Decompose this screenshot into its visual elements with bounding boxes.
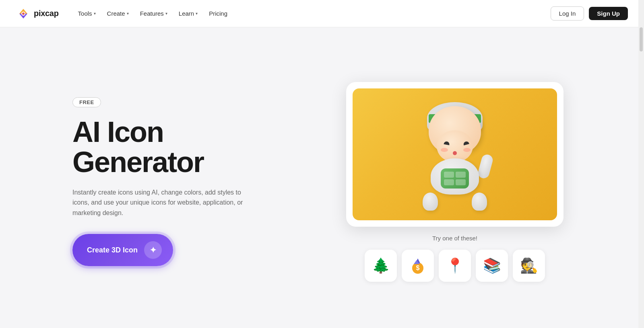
chest-rect-4 — [456, 179, 466, 185]
hero-right: Try one of these! 🌲 $ 📍 📚 🕵️ — [298, 82, 612, 282]
icon-sample-money[interactable]: $ — [402, 250, 434, 282]
char-head — [429, 106, 481, 154]
char-face — [437, 130, 473, 162]
logo-icon — [16, 6, 31, 21]
chest-rect-1 — [444, 172, 454, 178]
logo[interactable]: pixcap — [16, 6, 59, 21]
create-chevron-icon: ▾ — [127, 11, 129, 16]
char-leg-right — [472, 193, 487, 211]
logo-text: pixcap — [34, 9, 59, 18]
char-body — [431, 158, 479, 195]
tools-chevron-icon: ▾ — [94, 11, 96, 16]
login-button[interactable]: Log In — [551, 6, 584, 20]
magic-wand-icon: ✦ — [144, 241, 162, 259]
scrollbar[interactable] — [638, 0, 644, 328]
nav-item-learn[interactable]: Learn ▾ — [174, 7, 202, 20]
hero-image-card — [346, 82, 564, 227]
features-chevron-icon: ▾ — [165, 11, 167, 16]
chest-rect-3 — [444, 179, 454, 185]
icon-sample-books[interactable]: 📚 — [476, 250, 508, 282]
hero-image-inner — [353, 88, 557, 220]
svg-text:$: $ — [416, 264, 420, 271]
main-content: FREE AI Icon Generator Instantly create … — [0, 27, 644, 328]
hero-character — [411, 106, 499, 211]
scrollbar-thumb[interactable] — [640, 27, 643, 51]
try-label: Try one of these! — [432, 235, 477, 242]
hero-description: Instantly create icons using AI, change … — [72, 187, 250, 218]
signup-button[interactable]: Sign Up — [589, 7, 628, 20]
main-nav: Tools ▾ Create ▾ Features ▾ Learn ▾ Pric… — [73, 7, 233, 20]
header: pixcap Tools ▾ Create ▾ Features ▾ Learn… — [0, 0, 644, 27]
icon-samples: 🌲 $ 📍 📚 🕵️ — [365, 250, 545, 282]
learn-chevron-icon: ▾ — [196, 11, 198, 16]
header-left: pixcap Tools ▾ Create ▾ Features ▾ Learn… — [16, 6, 232, 21]
money-growth-svg: $ — [408, 256, 427, 275]
char-arm-right — [477, 153, 494, 179]
icon-sample-detective[interactable]: 🕵️ — [513, 250, 545, 282]
icon-sample-location[interactable]: 📍 — [439, 250, 471, 282]
char-leg-left — [423, 193, 438, 211]
char-mouth — [453, 151, 457, 155]
hero-title: AI Icon Generator — [72, 117, 266, 178]
char-blush-left — [441, 148, 448, 152]
nav-item-pricing[interactable]: Pricing — [204, 7, 232, 20]
icon-sample-tree[interactable]: 🌲 — [365, 250, 397, 282]
char-chest — [441, 168, 469, 189]
header-right: Log In Sign Up — [551, 6, 628, 20]
nav-item-create[interactable]: Create ▾ — [102, 7, 134, 20]
char-eye-right — [463, 141, 469, 145]
nav-item-features[interactable]: Features ▾ — [135, 7, 172, 20]
create-3d-icon-button[interactable]: Create 3D Icon ✦ — [72, 234, 173, 266]
hero-left: FREE AI Icon Generator Instantly create … — [72, 97, 266, 266]
svg-point-2 — [22, 12, 25, 15]
char-blush-right — [463, 148, 471, 152]
char-eye-left — [444, 141, 450, 145]
nav-item-tools[interactable]: Tools ▾ — [73, 7, 101, 20]
chest-rect-2 — [456, 172, 466, 178]
free-badge: FREE — [72, 97, 101, 107]
